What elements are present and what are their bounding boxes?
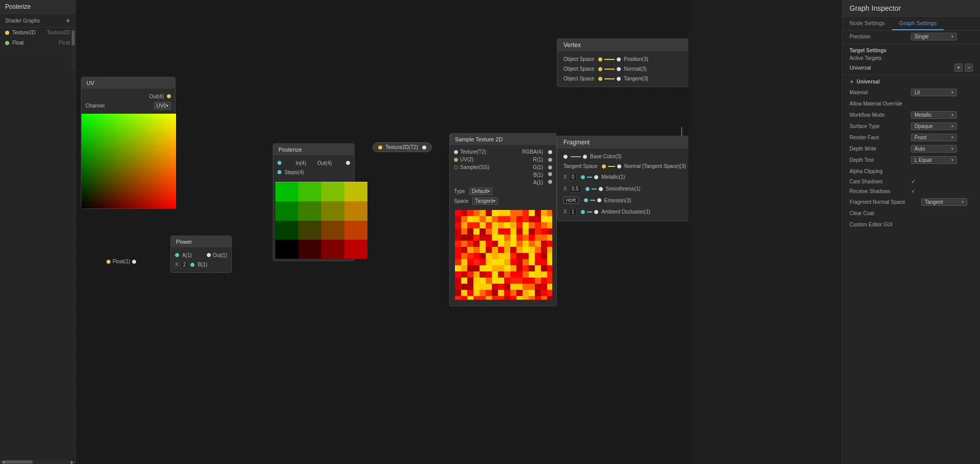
sample-tex-space-dropdown[interactable]: Tangent [472,197,498,205]
fragment-ao-val[interactable]: 1 [569,208,577,216]
fragment-basecolor-port2[interactable] [583,155,587,159]
sample-tex-g-port[interactable] [548,165,552,170]
arrow-left-icon: ◀ [2,460,5,465]
node-uv[interactable]: UV Out(4) Channel UV0 [81,77,176,209]
node-vertex[interactable]: Vertex Object Space Position(3) Object S… [557,38,688,87]
asset-item-texture2d[interactable]: Texture2D Texture2D [0,28,75,38]
sample-tex-sampler-port[interactable] [454,165,458,170]
shader-graphs-label: Shader Graphs [5,18,40,24]
texture2d-connector[interactable]: Texture2D(T2) [373,142,432,152]
allow-material-override-row: Allow Material Override [842,98,980,109]
depth-test-dropdown[interactable]: L Equal [911,156,957,164]
node-power[interactable]: Power A(1) Out(1) X 2 B(1) [170,236,232,273]
fragment-smooth-val[interactable]: 0.5 [569,185,581,193]
fragment-normal-space-dropdown[interactable]: Tangent [921,198,967,206]
scrollbar-v[interactable] [71,29,75,70]
asset-item-float[interactable]: Float Float [0,38,75,48]
vertex-pos-in-port[interactable] [617,57,621,61]
right-panel: Graph Inspector Node Settings Graph Sett… [842,0,980,464]
fragment-metallic-label: Metallic(1) [601,174,625,180]
vertex-pos-space: Object Space [563,56,594,62]
fragment-basecolor-in-port[interactable] [563,155,568,159]
power-a-port[interactable] [175,253,179,257]
plus-minus-buttons: + − [954,64,973,72]
depth-write-dropdown[interactable]: Auto [911,145,957,153]
sample-tex-sampler-row: Sampler(SS) G(1) [450,163,556,171]
depth-write-label: Depth Write [850,146,911,152]
fragment-ao-dot[interactable] [581,210,585,214]
precision-dropdown[interactable]: Single [911,33,957,40]
node-sample-texture2d[interactable]: Sample Texture 2D Texture(T2) RGBA(4) UV… [449,133,557,306]
sample-tex-a-label: A(1) [533,180,543,185]
sample-tex-rgba-port[interactable] [548,150,552,154]
fragment-normal-space-row: Fragment Normal Space Tangent [842,196,980,207]
add-target-button[interactable]: + [954,64,963,72]
fragment-normal-space-value: Tangent [925,199,943,205]
channel-dropdown[interactable]: UV0 [154,102,171,110]
vertex-norm-dot [598,67,602,71]
tex2d-connector-out[interactable] [422,145,426,150]
fragment-emission-in-port[interactable] [597,198,601,202]
render-face-dropdown[interactable]: Front [911,134,957,141]
node-uv-title: UV [86,80,94,86]
fragment-metallic-dot[interactable] [581,175,585,179]
sample-tex-texture-port[interactable] [454,150,458,154]
title-text: Posterize [5,3,31,10]
universal-section-header[interactable]: ▼ Universal [842,77,980,87]
tex2d-connector-dot [378,145,382,150]
fragment-title: Fragment [563,139,590,146]
workflow-mode-row: Workflow Mode Metallic [842,109,980,120]
uv-out-port[interactable] [167,94,171,98]
remove-target-button[interactable]: − [965,64,973,72]
render-face-value: Front [914,135,926,140]
sample-tex-b-port[interactable] [548,172,552,176]
sample-tex-texture-label: Texture(T2) [460,149,486,155]
scrollbar-h[interactable]: ◀ ▶ [0,460,75,464]
posterize-steps-port[interactable] [277,170,281,174]
fragment-ao-in-port[interactable] [594,210,598,214]
vertex-norm-in-port[interactable] [617,67,621,71]
node-float[interactable]: Float(1) [106,259,136,264]
fragment-norm-in-port[interactable] [617,164,621,168]
node-posterize[interactable]: Posterize In(4) Out(4) Steps(4) [273,143,355,261]
sample-tex-r-port[interactable] [548,158,552,162]
posterize-canvas [275,182,367,259]
fragment-metallic-val[interactable]: 0 [569,173,577,181]
universal-label: Universal [850,65,954,71]
sample-tex-a-port[interactable] [548,180,552,184]
scrollbar-h-thumb [2,460,33,463]
fragment-basecolor-label: Base Color(3) [590,154,622,159]
tab-graph-settings[interactable]: Graph Settings [892,17,944,30]
canvas-area[interactable]: UV Out(4) Channel UV0 Power [76,0,688,464]
surface-type-dropdown[interactable]: Opaque [911,122,957,130]
workflow-mode-dropdown[interactable]: Metallic [911,111,957,119]
vertex-pos-line [604,59,615,60]
fragment-norm-dot [602,164,606,168]
node-fragment[interactable]: Fragment Base Color(3) Tangent Space Nor… [557,136,688,221]
fragment-metallic-in-port[interactable] [594,175,598,179]
receive-shadows-check: ✓ [911,188,916,195]
power-b-value[interactable]: 2 [181,261,189,268]
fragment-emission-dot[interactable] [584,198,588,202]
sample-tex-b-label: B(1) [533,172,543,178]
power-out-port[interactable] [207,253,211,257]
posterize-in-port[interactable] [277,161,281,165]
sample-tex-uv-port[interactable] [454,158,458,162]
vertex-tan-in-port[interactable] [617,77,621,81]
tex-preview [455,210,552,300]
posterize-in-label: In(4) [296,160,307,166]
tab-node-settings[interactable]: Node Settings [842,17,892,30]
material-dropdown[interactable]: Lit [911,89,957,96]
power-b-port[interactable] [190,263,194,267]
add-button[interactable]: + [66,16,70,25]
sample-tex-type-dropdown[interactable]: Default [469,187,493,195]
channel-value: UV0 [157,103,166,109]
depth-test-label: Depth Test [850,157,911,163]
float-port[interactable] [106,260,111,264]
fragment-smooth-in-port[interactable] [599,187,603,191]
fragment-smooth-dot[interactable] [585,187,590,191]
power-a-row: A(1) Out(1) [171,250,231,260]
vertex-norm-space: Object Space [563,66,594,72]
posterize-out-port[interactable] [346,161,350,165]
float-out-port[interactable] [132,260,136,264]
